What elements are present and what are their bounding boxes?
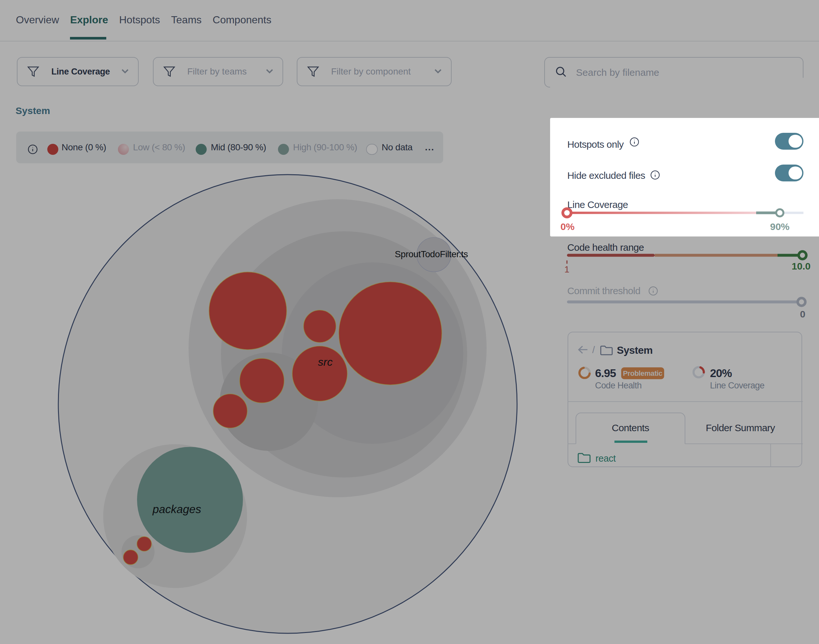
svg-text:10.0: 10.0 <box>792 261 811 271</box>
svg-text:Folder Summary: Folder Summary <box>706 422 775 433</box>
svg-text:Code Health: Code Health <box>595 380 642 390</box>
svg-text:90%: 90% <box>770 221 790 232</box>
svg-text:20%: 20% <box>710 366 732 379</box>
svg-text:/: / <box>592 344 595 355</box>
svg-text:Problematic: Problematic <box>623 369 663 377</box>
svg-text:1: 1 <box>564 264 569 274</box>
svg-text:react: react <box>595 453 616 463</box>
svg-text:System: System <box>617 344 652 356</box>
svg-text:6.95: 6.95 <box>595 366 616 379</box>
svg-text:Contents: Contents <box>612 422 649 433</box>
svg-text:Line Coverage: Line Coverage <box>710 380 764 390</box>
svg-text:0: 0 <box>800 309 805 319</box>
svg-text:0%: 0% <box>560 221 574 232</box>
